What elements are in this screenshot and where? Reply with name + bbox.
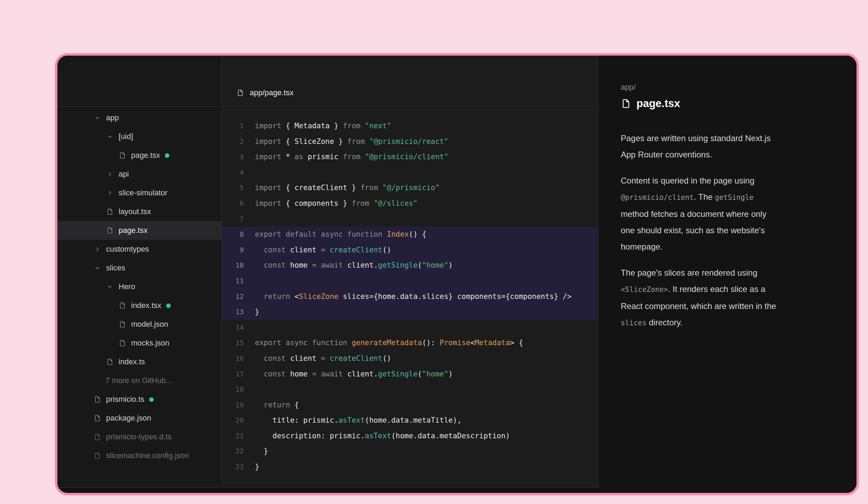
tree-item-customtypes[interactable]: customtypes — [57, 240, 222, 259]
tree-item-page.tsx[interactable]: page.tsx — [57, 221, 222, 240]
tree-item-label: Hero — [119, 282, 135, 291]
tree-item-slices[interactable]: slices — [57, 259, 222, 277]
paragraph-text: Content is queried in the page using — [621, 176, 754, 185]
tree-item-label: api — [119, 170, 129, 179]
code-line: 23} — [222, 459, 598, 475]
code-line-text: const client = createClient() — [255, 246, 391, 254]
code-line: 8export default async function Index() { — [222, 227, 598, 242]
file-icon — [118, 301, 127, 310]
tab-app-page-tsx[interactable]: app/page.tsx — [236, 88, 294, 97]
file-icon — [93, 395, 102, 404]
panel-copy: Pages are written using standard Next.js… — [621, 130, 777, 331]
tree-item-prismicio-types.d.ts[interactable]: prismicio-types.d.ts — [57, 428, 222, 446]
code-line: 22 } — [222, 444, 598, 459]
code-line: 10 const home = await client.getSingle("… — [222, 258, 598, 273]
tree-item-label: page.tsx — [119, 226, 147, 235]
line-number: 23 — [222, 459, 244, 475]
code-line: 6import { components } from "@/slices" — [222, 196, 598, 211]
file-icon — [105, 207, 114, 216]
code-line-text: return <SliceZone slices={home.data.slic… — [255, 292, 571, 301]
app-window: app[uid]page.tsxapislice-simulatorlayout… — [55, 53, 859, 495]
code-line: 11 — [222, 273, 598, 289]
code-line: 12 return <SliceZone slices={home.data.s… — [222, 289, 598, 304]
status-dot — [149, 397, 154, 402]
file-icon — [93, 414, 102, 423]
tree-item-slice-simulator[interactable]: slice-simulator — [57, 184, 222, 202]
code-line-text: } — [255, 308, 259, 316]
code-line: 19 return { — [222, 397, 598, 413]
tree-item-package.json[interactable]: package.json — [57, 409, 222, 428]
code-line: 14 — [222, 320, 598, 335]
tree-item-app[interactable]: app — [57, 108, 222, 127]
file-icon — [118, 320, 127, 329]
tree-item-page.tsx[interactable]: page.tsx — [57, 146, 222, 165]
code-line: 13} — [222, 304, 598, 320]
tree-item-model.json[interactable]: model.json — [57, 315, 222, 334]
tree-item-label: [uid] — [119, 132, 133, 141]
line-number: 17 — [222, 366, 244, 382]
code-line-text: } — [255, 447, 268, 455]
tree-item-label: page.tsx — [131, 151, 160, 160]
code-editor[interactable]: 1import { Metadata } from "next"2import … — [222, 106, 598, 487]
tree-item-api[interactable]: api — [57, 165, 222, 184]
file-icon — [105, 226, 114, 235]
tree-item-slicemachine.config.json[interactable]: slicemachine.config.json — [57, 446, 222, 465]
inline-code: slices — [621, 319, 646, 327]
code-line-text: export default async function Index() { — [255, 230, 426, 238]
file-icon — [93, 432, 102, 441]
code-line-text: import { SliceZone } from "@prismicio/re… — [255, 137, 448, 146]
tree-item-label: prismicio-types.d.ts — [106, 432, 171, 441]
code-line-text: import { createClient } from "@/prismici… — [255, 184, 440, 192]
chevron-right-icon — [93, 245, 102, 254]
chevron-down-icon — [105, 132, 114, 141]
code-line-text: export async function generateMetadata()… — [255, 339, 523, 347]
chevron-down-icon — [93, 263, 102, 273]
file-tree[interactable]: app[uid]page.tsxapislice-simulatorlayout… — [57, 107, 222, 465]
tree-item-layout.tsx[interactable]: layout.tsx — [57, 202, 222, 221]
paragraph-text: The page's slices are rendered using — [621, 268, 757, 277]
tree-item-label: layout.tsx — [119, 207, 151, 216]
inline-code: <SliceZone> — [621, 285, 668, 294]
tree-item-label: slice-simulator — [119, 188, 168, 197]
status-dot — [166, 303, 171, 308]
tree-item-label: model.json — [131, 320, 168, 329]
tree-item-index.ts[interactable]: index.ts — [57, 352, 222, 371]
code-line: 4 — [222, 165, 598, 180]
tree-item-label: app — [106, 113, 119, 122]
line-number: 18 — [222, 382, 244, 397]
tree-item-index.tsx[interactable]: index.tsx — [57, 296, 222, 315]
tree-item-prismicio.ts[interactable]: prismicio.ts — [57, 390, 222, 409]
code-line: 1import { Metadata } from "next" — [222, 118, 598, 134]
code-line-text: import * as prismic from "@prismicio/cli… — [255, 153, 448, 161]
sidebar-header — [57, 56, 222, 107]
tree-item-label: index.ts — [119, 357, 145, 366]
chevron-right-icon — [105, 170, 114, 179]
chevron-right-icon — [105, 188, 114, 197]
tree-item-[uid][interactable]: [uid] — [57, 127, 222, 146]
page-title: page.tsx — [636, 97, 680, 110]
line-number: 8 — [222, 227, 244, 242]
line-number: 3 — [222, 149, 244, 165]
line-number: 19 — [222, 397, 244, 413]
code-line-text: } — [255, 463, 259, 471]
line-number: 9 — [222, 242, 244, 258]
tree-item-mocks.json[interactable]: mocks.json — [57, 334, 222, 352]
code-line-text: const home = await client.getSingle("hom… — [255, 370, 453, 378]
line-number: 20 — [222, 413, 244, 428]
paragraph-text: directory. — [646, 318, 683, 327]
tree-item-7-more-on-github...[interactable]: 7 more on GitHub... — [57, 371, 222, 390]
code-line: 18 — [222, 382, 598, 397]
tree-item-label: customtypes — [106, 245, 149, 254]
panel-paragraph: The page's slices are rendered using <Sl… — [621, 265, 777, 331]
code-line: 3import * as prismic from "@prismicio/cl… — [222, 149, 598, 165]
status-dot — [165, 153, 169, 158]
panel-title: page.tsx — [621, 97, 843, 111]
code-line-text: import { components } from "@/slices" — [255, 199, 418, 208]
line-number: 21 — [222, 428, 244, 444]
code-line: 16 const client = createClient() — [222, 351, 598, 366]
code-line-text: description: prismic.asText(home.data.me… — [255, 432, 510, 440]
code-line: 15export async function generateMetadata… — [222, 335, 598, 351]
tree-item-label: 7 more on GitHub... — [105, 376, 172, 385]
panel-paragraph: Content is queried in the page using @pr… — [621, 172, 777, 255]
tree-item-hero[interactable]: Hero — [57, 277, 222, 296]
